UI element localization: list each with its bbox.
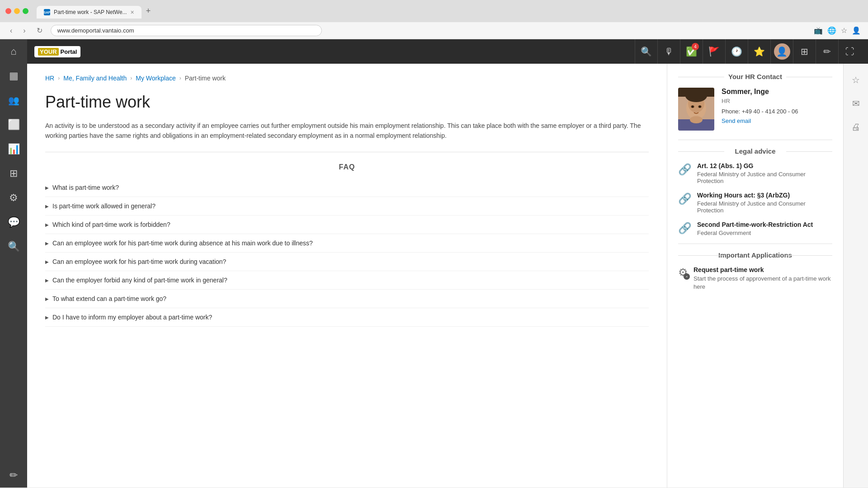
legal-item[interactable]: 🔗 Second Part-time-work-Restriction Act … bbox=[678, 221, 832, 236]
grid-nav-icon[interactable]: ⊞ bbox=[793, 39, 816, 64]
faq-item[interactable]: ▶To what extend can a part-time work go? bbox=[45, 290, 649, 308]
hr-email-link[interactable]: Send email bbox=[722, 117, 751, 124]
breadcrumb-sep-3: › bbox=[179, 75, 181, 81]
app-item-title: Request part-time work bbox=[693, 266, 832, 273]
search-icon-nav: 🔍 bbox=[641, 46, 652, 57]
faq-arrow: ▶ bbox=[45, 222, 49, 227]
breadcrumb-sep-2: › bbox=[130, 75, 132, 81]
breadcrumb-hr[interactable]: HR bbox=[45, 75, 54, 82]
app-item-desc: Start the process of approvement of a pa… bbox=[693, 275, 832, 291]
legal-info: Working Hours act: §3 (ArbZG) Federal Mi… bbox=[697, 192, 832, 214]
app-item[interactable]: ⚙ + Request part-time work Start the pro… bbox=[678, 266, 832, 291]
sidebar-item-chat[interactable]: 💬 bbox=[0, 210, 27, 235]
svg-point-7 bbox=[692, 106, 694, 108]
cast-icon[interactable]: 📺 bbox=[814, 26, 823, 35]
svg-point-8 bbox=[699, 106, 701, 108]
breadcrumb-my-workplace[interactable]: My Workplace bbox=[136, 75, 175, 82]
faq-text: Can an employee work for his part-time w… bbox=[52, 239, 313, 247]
sidebar-item-monitor[interactable]: ⬜ bbox=[0, 113, 27, 137]
faq-arrow: ▶ bbox=[45, 315, 49, 320]
faq-item[interactable]: ▶What is part-time work? bbox=[45, 178, 649, 197]
sidebar-item-building[interactable]: ▦ bbox=[0, 64, 27, 88]
breadcrumb-current: Part-time work bbox=[185, 75, 226, 82]
legal-info: Art. 12 (Abs. 1) GG Federal Ministry of … bbox=[697, 162, 832, 184]
search-nav-icon[interactable]: 🔍 bbox=[635, 39, 657, 64]
tab-close-button[interactable]: × bbox=[131, 9, 134, 16]
new-tab-button[interactable]: + bbox=[142, 4, 156, 19]
faq-item[interactable]: ▶Can an employee work for his part-time … bbox=[45, 253, 649, 271]
browser-chrome: SAP Part-time work - SAP NetWe... × + ‹ … bbox=[0, 0, 868, 39]
maximize-dot[interactable] bbox=[23, 8, 28, 14]
breadcrumb-me-family[interactable]: Me, Family and Health bbox=[63, 75, 127, 82]
legal-item-title: Art. 12 (Abs. 1) GG bbox=[697, 162, 832, 169]
far-right-print-icon[interactable]: 🖨 bbox=[844, 115, 868, 139]
settings-icon: ⚙ bbox=[9, 192, 18, 204]
sidebar-item-grid[interactable]: ⊞ bbox=[0, 161, 27, 186]
window-controls bbox=[5, 8, 28, 14]
forward-button[interactable]: › bbox=[20, 26, 28, 36]
faq-text: What is part-time work? bbox=[52, 184, 119, 191]
far-right-bar: ☆ ✉ 🖨 bbox=[843, 64, 868, 488]
legal-item[interactable]: 🔗 Art. 12 (Abs. 1) GG Federal Ministry o… bbox=[678, 162, 832, 184]
hr-dept: HR bbox=[722, 98, 798, 104]
home-icon: ⌂ bbox=[10, 46, 16, 57]
legal-link-icon: 🔗 bbox=[678, 192, 692, 205]
legal-link-icon: 🔗 bbox=[678, 163, 692, 176]
far-right-mail-icon[interactable]: ✉ bbox=[844, 92, 868, 115]
close-dot[interactable] bbox=[5, 8, 11, 14]
faq-arrow: ▶ bbox=[45, 185, 49, 190]
faq-item[interactable]: ▶Do I have to inform my employer about a… bbox=[45, 308, 649, 327]
star-far-icon: ☆ bbox=[852, 75, 860, 85]
faq-item[interactable]: ▶Is part-time work allowed in general? bbox=[45, 197, 649, 216]
legal-item-subtitle: Federal Government bbox=[697, 230, 813, 236]
active-tab[interactable]: SAP Part-time work - SAP NetWe... × bbox=[37, 6, 142, 19]
sidebar-item-search[interactable]: 🔍 bbox=[0, 235, 27, 259]
chart-icon: 📊 bbox=[8, 143, 20, 155]
edit-icon: ✏ bbox=[9, 469, 18, 481]
sidebar-item-chart[interactable]: 📊 bbox=[0, 137, 27, 161]
faq-text: Can the employer forbid any kind of part… bbox=[52, 277, 227, 284]
faq-arrow: ▶ bbox=[45, 278, 49, 283]
url-input[interactable]: www.demoportal.vantaio.com bbox=[51, 25, 322, 36]
star-icon: ⭐ bbox=[754, 46, 765, 57]
faq-item[interactable]: ▶Which kind of part-time work is forbidd… bbox=[45, 216, 649, 234]
profile-icon[interactable]: 👤 bbox=[852, 26, 861, 35]
pencil-icon: ✏ bbox=[823, 46, 831, 57]
legal-item[interactable]: 🔗 Working Hours act: §3 (ArbZG) Federal … bbox=[678, 192, 832, 214]
svg-point-4 bbox=[685, 89, 707, 102]
page-title: Part-time work bbox=[45, 93, 649, 112]
tab-title: Part-time work - SAP NetWe... bbox=[54, 9, 127, 15]
sidebar-item-edit[interactable]: ✏ bbox=[0, 463, 27, 488]
building-icon: ▦ bbox=[9, 70, 19, 82]
browser-actions: 📺 🌐 ☆ 👤 bbox=[814, 26, 861, 35]
far-right-star-icon[interactable]: ☆ bbox=[844, 68, 868, 92]
expand-nav-icon[interactable]: ⛶ bbox=[838, 39, 861, 64]
faq-item[interactable]: ▶Can the employer forbid any kind of par… bbox=[45, 271, 649, 290]
legal-item-title: Second Part-time-work-Restriction Act bbox=[697, 221, 813, 228]
refresh-button[interactable]: ↻ bbox=[34, 25, 45, 36]
tasks-nav-icon[interactable]: ✅ 4 bbox=[680, 39, 703, 64]
sidebar-item-people[interactable]: 👥 bbox=[0, 88, 27, 113]
faq-arrow: ▶ bbox=[45, 259, 49, 264]
avatar-nav-icon[interactable]: 👤 bbox=[770, 39, 793, 64]
clock-icon: 🕐 bbox=[731, 46, 742, 57]
faq-text: To what extend can a part-time work go? bbox=[52, 295, 166, 302]
clock-nav-icon[interactable]: 🕐 bbox=[725, 39, 748, 64]
translate-icon[interactable]: 🌐 bbox=[827, 26, 836, 35]
hr-phone: Phone: +49 40 - 414 200 - 06 bbox=[722, 108, 798, 115]
star-nav-icon[interactable]: ⭐ bbox=[748, 39, 770, 64]
back-button[interactable]: ‹ bbox=[7, 26, 15, 36]
flag-nav-icon[interactable]: 🚩 bbox=[703, 39, 725, 64]
faq-item[interactable]: ▶Can an employee work for his part-time … bbox=[45, 234, 649, 253]
pencil-nav-icon[interactable]: ✏ bbox=[816, 39, 838, 64]
bookmark-icon[interactable]: ☆ bbox=[841, 26, 847, 35]
sidebar-item-home[interactable]: ⌂ bbox=[0, 39, 27, 64]
sidebar-item-settings[interactable]: ⚙ bbox=[0, 186, 27, 210]
faq-title: FAQ bbox=[45, 163, 649, 171]
minimize-dot[interactable] bbox=[14, 8, 20, 14]
topbar: YOUR Portal 🔍 🎙 ✅ 4 🚩 🕐 ⭐ bbox=[27, 39, 868, 64]
svg-point-10 bbox=[690, 116, 703, 123]
microphone-nav-icon[interactable]: 🎙 bbox=[657, 39, 680, 64]
expand-icon: ⛶ bbox=[845, 47, 854, 57]
hr-photo bbox=[678, 88, 714, 131]
